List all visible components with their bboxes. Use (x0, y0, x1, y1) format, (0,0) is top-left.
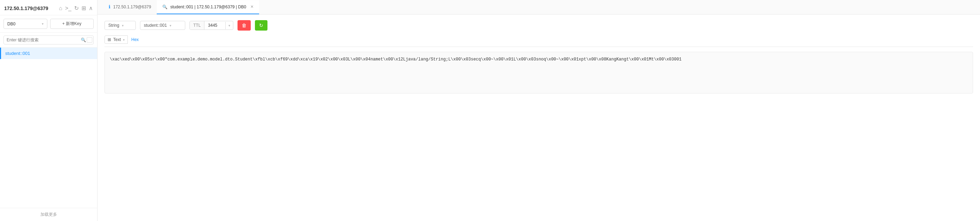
search-input[interactable] (3, 35, 94, 44)
tab-key[interactable]: 🔍 student::001 | 172.50.1.179@6379 | DB0… (157, 0, 259, 14)
tab-bar: ℹ 172.50.1.179@6379 🔍 student::001 | 172… (97, 0, 980, 14)
ttl-label: TTL (190, 21, 204, 30)
ttl-chevron-icon[interactable]: ▾ (225, 22, 233, 29)
key-name-value: student::001 (144, 23, 167, 28)
header-icons: ⌂ >_ ↻ ⊞ ∧ (59, 5, 93, 11)
search-icon: 🔍 (81, 38, 86, 43)
info-icon: ℹ (109, 4, 110, 9)
hex-option[interactable]: Hex (128, 36, 142, 43)
format-select[interactable]: ⊞ Text ▾ (105, 35, 128, 44)
tab-server[interactable]: ℹ 172.50.1.179@6379 (103, 0, 157, 14)
type-chevron-icon: ▾ (122, 24, 124, 27)
server-title: 172.50.1.179@6379 (4, 6, 48, 11)
key-info-bar: String ▾ student::001 ▾ TTL 3445 ▾ 🗑 ↻ (105, 20, 973, 31)
value-content: \xac\xed\x00\x05sr\x00"com.example.demo.… (105, 52, 973, 93)
right-content: String ▾ student::001 ▾ TTL 3445 ▾ 🗑 ↻ ⊞… (97, 14, 980, 221)
format-icon: ⊞ (108, 37, 111, 42)
terminal-icon[interactable]: >_ (65, 5, 72, 11)
format-chevron-icon: ▾ (123, 38, 125, 42)
type-value: String (108, 23, 119, 28)
search-wrapper: 🔍 (3, 35, 94, 44)
key-list: student::001 (0, 47, 97, 208)
format-label: Text (113, 37, 121, 42)
tab-search-icon: 🔍 (162, 5, 167, 9)
left-header: 172.50.1.179@6379 ⌂ >_ ↻ ⊞ ∧ (0, 0, 97, 15)
left-toolbar: DB0 ▾ + 新增Key (0, 15, 97, 33)
grid-icon[interactable]: ⊞ (81, 5, 86, 11)
refresh-button[interactable]: ↻ (255, 20, 267, 31)
ttl-value: 3445 (204, 21, 225, 30)
key-item[interactable]: student::001 (0, 47, 97, 59)
load-more-button[interactable]: 加载更多 (0, 208, 97, 221)
left-panel: 172.50.1.179@6379 ⌂ >_ ↻ ⊞ ∧ DB0 ▾ + 新增K… (0, 0, 97, 221)
search-bar: 🔍 (0, 33, 97, 47)
db-select[interactable]: DB0 ▾ (3, 19, 47, 29)
collapse-icon[interactable]: ∧ (89, 5, 93, 11)
add-key-button[interactable]: + 新增Key (50, 19, 94, 29)
refresh-icon[interactable]: ↻ (74, 5, 79, 11)
right-panel: ℹ 172.50.1.179@6379 🔍 student::001 | 172… (97, 0, 980, 221)
tab-close-button[interactable]: ✕ (250, 5, 253, 9)
key-name-chevron-icon: ▾ (170, 24, 171, 27)
chevron-down-icon: ▾ (42, 22, 43, 26)
tab-server-label: 172.50.1.179@6379 (113, 5, 151, 9)
value-toolbar: ⊞ Text ▾ Hex (105, 35, 973, 47)
home-icon[interactable]: ⌂ (59, 5, 62, 11)
ttl-group: TTL 3445 ▾ (189, 21, 233, 30)
filter-icon[interactable] (87, 37, 92, 43)
delete-button[interactable]: 🗑 (237, 20, 251, 31)
type-select[interactable]: String ▾ (105, 21, 136, 30)
tab-key-label: student::001 | 172.50.1.179@6379 | DB0 (170, 5, 246, 9)
db-select-value: DB0 (7, 22, 15, 27)
key-name-select[interactable]: student::001 ▾ (140, 21, 185, 30)
